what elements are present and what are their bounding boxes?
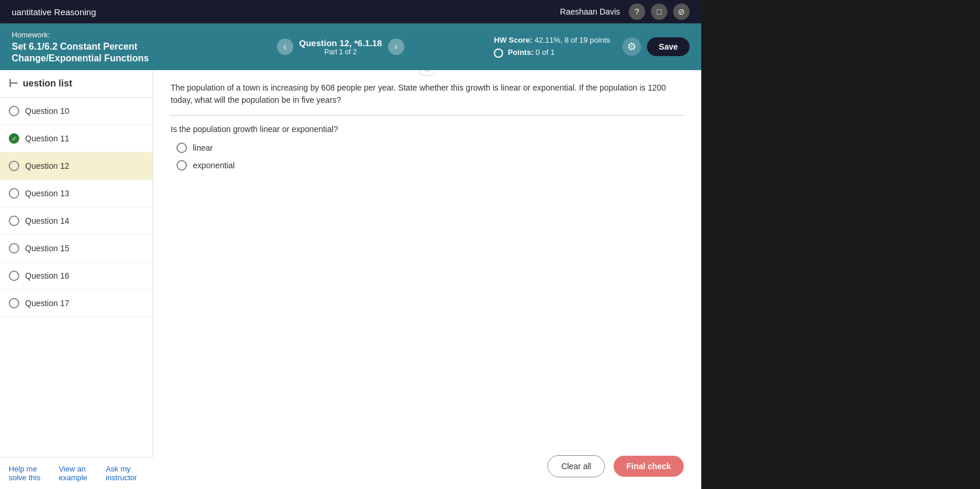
- hw-label: Homework:: [12, 30, 50, 39]
- hw-score-label: HW Score:: [494, 36, 532, 44]
- points-line: Points: 0 of 1: [494, 47, 611, 59]
- option-linear-label: linear: [193, 143, 213, 152]
- q15-label: Question 15: [25, 244, 70, 253]
- save-button[interactable]: Save: [647, 37, 690, 56]
- collapse-icon[interactable]: ⊢: [9, 77, 18, 90]
- points-label: Points:: [508, 48, 534, 57]
- hw-title-text: Set 6.1/6.2 Constant Percent Change/Expo…: [12, 41, 187, 65]
- user-name: Raeshaan Davis: [560, 7, 620, 16]
- q16-status-icon: [9, 270, 19, 281]
- q15-status-icon: [9, 243, 19, 254]
- help-me-solve-link[interactable]: Help me solve this: [9, 464, 50, 482]
- clear-all-button[interactable]: Clear all: [548, 455, 604, 477]
- sidebar-item-q11[interactable]: Question 11: [0, 125, 153, 152]
- app-title: uantitative Reasoning: [12, 7, 96, 17]
- next-question-button[interactable]: ›: [388, 39, 404, 55]
- header-bar: Homework: Set 6.1/6.2 Constant Percent C…: [0, 23, 701, 70]
- nav-icons: ? □ ⊘: [629, 4, 690, 20]
- sidebar-item-q12[interactable]: Question 12: [0, 152, 153, 180]
- q13-status-icon: [9, 188, 19, 199]
- score-section: HW Score: 42.11%, 8 of 19 points Points:…: [494, 34, 611, 59]
- sidebar-item-q15[interactable]: Question 15: [0, 235, 153, 262]
- question-part: Part 1 of 2: [299, 48, 382, 56]
- divider-handle[interactable]: ···: [419, 70, 435, 76]
- option-exponential-label: exponential: [193, 161, 235, 170]
- q12-status-icon: [9, 161, 19, 171]
- notification-icon[interactable]: □: [651, 4, 667, 20]
- final-check-button[interactable]: Final check: [614, 456, 684, 477]
- question-navigation: ‹ Question 12, *6.1.18 Part 1 of 2 ›: [199, 38, 482, 56]
- main-layout: ⊢ uestion list Question 10 Question 11 Q…: [0, 70, 701, 489]
- q13-label: Question 13: [25, 189, 70, 198]
- points-circle-icon: [494, 48, 503, 58]
- sidebar-item-q13[interactable]: Question 13: [0, 180, 153, 207]
- sidebar-title: uestion list: [23, 78, 72, 89]
- sidebar: ⊢ uestion list Question 10 Question 11 Q…: [0, 70, 153, 489]
- option-exponential-radio[interactable]: [176, 160, 187, 171]
- sidebar-item-q17[interactable]: Question 17: [0, 290, 153, 317]
- hw-score-line: HW Score: 42.11%, 8 of 19 points: [494, 34, 611, 47]
- prev-question-button[interactable]: ‹: [277, 39, 293, 55]
- sidebar-header: ⊢ uestion list: [0, 70, 153, 98]
- bottom-links: Help me solve this View an example Ask m…: [0, 457, 153, 489]
- homework-title: Homework: Set 6.1/6.2 Constant Percent C…: [12, 29, 187, 65]
- question-text: The population of a town is increasing b…: [171, 82, 684, 106]
- points-value: 0 of 1: [536, 48, 555, 57]
- divider: [171, 115, 684, 116]
- q14-status-icon: [9, 216, 19, 226]
- block-icon[interactable]: ⊘: [673, 4, 690, 20]
- question-number: Question 12, *6.1.18: [299, 38, 382, 48]
- question-info: Question 12, *6.1.18 Part 1 of 2: [299, 38, 382, 56]
- q17-status-icon: [9, 298, 19, 308]
- q11-label: Question 11: [25, 134, 70, 143]
- content-area: The population of a town is increasing b…: [153, 70, 701, 489]
- q16-label: Question 16: [25, 271, 70, 280]
- q11-status-icon: [9, 133, 19, 144]
- help-icon[interactable]: ?: [629, 4, 645, 20]
- header-actions: ⚙ Save: [622, 37, 690, 56]
- hw-score-value: 42.11%, 8 of 19 points: [535, 36, 610, 44]
- footer-actions: Clear all Final check: [548, 455, 684, 477]
- option-linear-radio[interactable]: [176, 143, 187, 153]
- top-nav-right: Raeshaan Davis ? □ ⊘: [560, 4, 690, 20]
- sidebar-item-q10[interactable]: Question 10: [0, 98, 153, 125]
- answer-options: linear exponential: [176, 143, 684, 171]
- q14-label: Question 14: [25, 216, 70, 226]
- settings-button[interactable]: ⚙: [622, 37, 641, 56]
- q12-label: Question 12: [25, 161, 70, 171]
- sidebar-item-q14[interactable]: Question 14: [0, 207, 153, 235]
- sidebar-item-q16[interactable]: Question 16: [0, 262, 153, 290]
- q17-label: Question 17: [25, 299, 70, 308]
- view-example-link[interactable]: View an example: [58, 464, 96, 482]
- top-navigation: uantitative Reasoning Raeshaan Davis ? □…: [0, 0, 701, 23]
- option-exponential[interactable]: exponential: [176, 160, 684, 171]
- ask-instructor-link[interactable]: Ask my instructor: [106, 464, 144, 482]
- q10-label: Question 10: [25, 106, 70, 116]
- sub-question-text: Is the population growth linear or expon…: [171, 124, 684, 134]
- q10-status-icon: [9, 106, 19, 116]
- option-linear[interactable]: linear: [176, 143, 684, 153]
